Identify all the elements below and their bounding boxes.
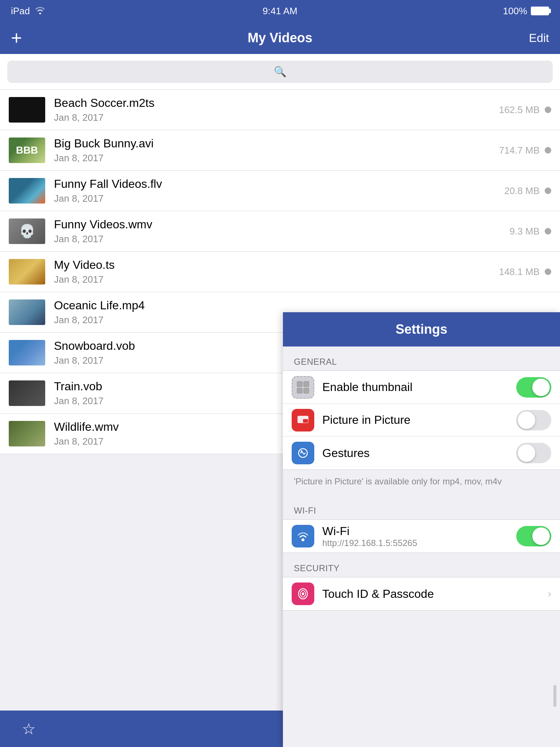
add-button[interactable]: +	[11, 28, 22, 47]
wifi-section-label: WI-FI	[283, 495, 560, 519]
security-section-label: SECURITY	[283, 553, 560, 577]
video-info: Funny Fall Videos.flv Jan 8, 2017	[54, 177, 504, 204]
gestures-toggle[interactable]	[516, 443, 551, 463]
video-name: Oceanic Life.mp4	[54, 299, 551, 312]
settings-row-pip[interactable]: Picture in Picture	[283, 404, 560, 437]
video-date: Jan 8, 2017	[54, 152, 499, 164]
dot-indicator	[545, 187, 551, 194]
video-size: 162.5 MB	[499, 104, 551, 116]
thumbnail-label: Enable thumbnail	[322, 380, 516, 394]
svg-rect-0	[297, 382, 302, 387]
video-date: Jan 8, 2017	[54, 112, 499, 123]
edit-button[interactable]: Edit	[529, 31, 549, 45]
list-item[interactable]: BBB Big Buck Bunny.avi Jan 8, 2017 714.7…	[0, 130, 560, 171]
video-thumbnail	[9, 97, 45, 123]
settings-row-touchid[interactable]: Touch ID & Passcode ›	[283, 577, 560, 610]
video-thumbnail	[9, 178, 45, 204]
video-list-container: Beach Soccer.m2ts Jan 8, 2017 162.5 MB B…	[0, 90, 560, 747]
video-name: Big Buck Bunny.avi	[54, 137, 499, 150]
toggle-knob	[532, 527, 550, 545]
video-thumbnail	[9, 259, 45, 285]
video-thumbnail	[9, 340, 45, 365]
favorites-tab[interactable]: ☆	[22, 720, 36, 738]
wifi-group: Wi-Fi http://192.168.1.5:55265	[283, 519, 560, 553]
svg-point-8	[302, 538, 304, 541]
touchid-icon	[292, 582, 314, 605]
video-thumbnail	[9, 380, 45, 406]
video-name: Funny Videos.wmv	[54, 218, 510, 231]
pip-toggle[interactable]	[516, 410, 551, 430]
security-group: Touch ID & Passcode ›	[283, 577, 560, 611]
gestures-label: Gestures	[322, 446, 516, 460]
video-date: Jan 8, 2017	[54, 233, 510, 245]
video-size: 148.1 MB	[499, 266, 551, 278]
toggle-knob	[518, 411, 535, 429]
status-bar: iPad 9:41 AM 100%	[0, 0, 560, 22]
status-right: 100%	[503, 5, 549, 17]
svg-rect-1	[304, 382, 309, 387]
chevron-right-icon: ›	[548, 588, 551, 600]
device-label: iPad	[11, 5, 30, 17]
scroll-indicator	[553, 685, 556, 707]
video-info: Beach Soccer.m2ts Jan 8, 2017	[54, 96, 499, 123]
dot-indicator	[545, 268, 551, 275]
general-section-label: GENERAL	[283, 347, 560, 371]
thumbnail-toggle[interactable]	[516, 377, 551, 398]
svg-point-7	[301, 450, 303, 452]
settings-panel: Settings GENERAL	[283, 312, 560, 747]
video-info: Funny Videos.wmv Jan 8, 2017	[54, 218, 510, 245]
search-field[interactable]: 🔍	[7, 61, 553, 83]
touchid-label: Touch ID & Passcode	[322, 587, 544, 601]
pip-icon	[292, 409, 314, 431]
video-name: My Video.ts	[54, 258, 499, 272]
status-left: iPad	[11, 5, 45, 17]
settings-body: GENERAL Enable thumbnail	[283, 347, 560, 747]
toggle-knob	[518, 444, 535, 462]
main-content: iPad 9:41 AM 100% + My Videos Edit 🔍	[0, 0, 560, 747]
battery-percent: 100%	[503, 5, 528, 17]
pip-note: 'Picture in Picture' is available only f…	[283, 470, 560, 495]
wifi-icon	[35, 5, 45, 17]
dot-indicator	[545, 147, 551, 154]
svg-rect-5	[303, 419, 308, 423]
video-thumbnail	[9, 299, 45, 325]
settings-row-gestures[interactable]: Gestures	[283, 437, 560, 469]
gesture-icon	[292, 442, 314, 464]
toggle-knob	[532, 379, 550, 396]
search-bar: 🔍	[0, 54, 560, 90]
video-info: Big Buck Bunny.avi Jan 8, 2017	[54, 137, 499, 164]
search-icon: 🔍	[274, 66, 287, 78]
video-size: 714.7 MB	[499, 145, 551, 156]
video-name: Funny Fall Videos.flv	[54, 177, 504, 191]
video-date: Jan 8, 2017	[54, 193, 504, 204]
video-size: 20.8 MB	[504, 185, 551, 197]
time-label: 9:41 AM	[262, 5, 297, 17]
video-date: Jan 8, 2017	[54, 274, 499, 285]
video-size: 9.3 MB	[510, 226, 551, 237]
general-group: Enable thumbnail Picture	[283, 371, 560, 470]
wifi-info: Wi-Fi http://192.168.1.5:55265	[322, 525, 516, 548]
nav-bar: + My Videos Edit	[0, 22, 560, 54]
wifi-url: http://192.168.1.5:55265	[322, 538, 516, 548]
list-item[interactable]: My Video.ts Jan 8, 2017 148.1 MB	[0, 252, 560, 292]
wifi-icon	[292, 525, 314, 547]
svg-rect-3	[304, 388, 309, 393]
pip-label: Picture in Picture	[322, 413, 516, 427]
video-name: Beach Soccer.m2ts	[54, 96, 499, 110]
list-item[interactable]: 💀 Funny Videos.wmv Jan 8, 2017 9.3 MB	[0, 211, 560, 252]
wifi-toggle[interactable]	[516, 526, 551, 546]
list-item[interactable]: Funny Fall Videos.flv Jan 8, 2017 20.8 M…	[0, 171, 560, 211]
video-thumbnail	[9, 421, 45, 446]
settings-row-thumbnail[interactable]: Enable thumbnail	[283, 371, 560, 404]
list-item[interactable]: Beach Soccer.m2ts Jan 8, 2017 162.5 MB	[0, 90, 560, 130]
settings-title: Settings	[283, 312, 560, 347]
settings-row-wifi[interactable]: Wi-Fi http://192.168.1.5:55265	[283, 520, 560, 553]
wifi-label: Wi-Fi	[322, 525, 516, 538]
video-thumbnail: BBB	[9, 138, 45, 163]
dot-indicator	[545, 107, 551, 113]
video-info: My Video.ts Jan 8, 2017	[54, 258, 499, 285]
svg-point-11	[302, 592, 304, 595]
dot-indicator	[545, 228, 551, 235]
video-thumbnail: 💀	[9, 218, 45, 244]
thumbnail-icon	[292, 376, 314, 399]
